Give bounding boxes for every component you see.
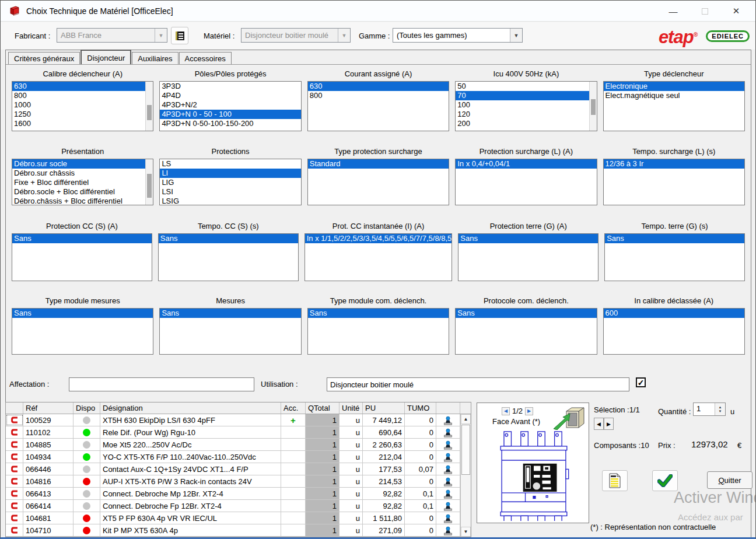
list-item[interactable]: LI [160,169,300,178]
list-item[interactable]: Standard [308,159,449,169]
accessories-cell[interactable] [281,488,306,499]
supplier-logo-cell[interactable] [6,488,23,499]
validate-button[interactable] [652,470,678,491]
table-row[interactable]: 066414Connect. Debroche Fp 12Br. XT2-41u… [6,500,471,512]
list-item[interactable]: Sans [605,234,744,243]
catalog-list-button[interactable] [171,27,188,44]
maximize-button[interactable] [697,4,712,19]
supplier-logo-cell[interactable] [6,512,23,524]
list-item[interactable]: 120 [456,110,596,119]
list-item[interactable]: Débro.châssis + Bloc différentiel [12,197,153,205]
utilisation-input[interactable] [327,377,629,391]
list-item[interactable]: Sans [308,309,449,318]
contact-cell[interactable] [436,512,460,524]
supplier-logo-cell[interactable] [6,524,23,536]
list-item[interactable]: 4P3D+N/2 [160,100,300,110]
listbox-tempo-surcharge-l-s[interactable]: 12/36 à 3 Ir [603,159,745,205]
listbox-protection-cc-s-a[interactable]: Sans [12,233,152,281]
spin-up-icon[interactable]: ▲ [719,405,722,409]
table-row[interactable]: 066446Contact Aux-C 1Q+1Sy 24VDC XT1...4… [6,463,471,475]
listbox-protections[interactable]: LSLILIGLSILSIG [159,159,301,205]
table-scrollbar[interactable]: ▲ ▼ [460,414,471,537]
contact-cell[interactable] [436,463,460,475]
table-row[interactable]: 104885Moe Xt5 220...250V Ac/Dc1u2 260,63… [6,439,471,451]
list-item[interactable]: Elect.magnétique seul [604,91,744,100]
list-item[interactable]: LSI [160,187,300,197]
column-header-tumo[interactable]: TUMO [405,402,436,414]
accessories-cell[interactable] [281,439,306,450]
contact-cell[interactable] [436,500,460,512]
accessories-cell[interactable] [281,500,306,512]
contact-cell[interactable] [436,439,460,450]
scroll-up-icon[interactable]: ▲ [461,414,471,424]
report-button[interactable] [602,470,628,491]
scrollbar-thumb[interactable] [461,425,470,475]
supplier-logo-cell[interactable] [6,414,23,426]
listbox-protocole-com-declench[interactable]: Sans [455,308,597,355]
listbox-protection-terre-g-a[interactable]: Sans [458,233,598,281]
list-item[interactable]: 1250 [12,110,153,119]
list-item[interactable]: 4P3D+N 0-50-100-150-200 [160,119,300,128]
table-row[interactable]: 066413Connect. Debroche Mp 12Br. XT2-41u… [6,488,471,500]
accessories-cell[interactable]: + [281,414,306,426]
list-item[interactable]: 1600 [12,119,153,128]
quit-button[interactable]: Quitter [707,471,752,489]
gamme-combobox[interactable]: (Toutes les gammes) ▼ [393,28,523,43]
list-item[interactable]: 4P4D [160,91,300,100]
list-item[interactable]: 200 [456,119,596,128]
expand-plus-icon[interactable]: + [290,415,296,425]
listbox-courant-assigne-a[interactable]: 630800 [307,81,449,131]
listbox-type-protection-surcharge[interactable]: Standard [307,159,449,205]
listbox-type-module-com-declench[interactable]: Sans [307,308,449,355]
list-item[interactable]: Electronique [604,82,744,91]
contact-cell[interactable] [436,451,460,463]
supplier-logo-cell[interactable] [6,439,23,450]
list-item[interactable]: 70 [456,91,596,100]
tab-criteres-generaux[interactable]: Critères généraux [8,52,80,64]
contact-cell[interactable] [436,488,460,499]
affectation-input[interactable] [69,377,254,391]
accessories-cell[interactable] [281,524,306,536]
supplier-logo-cell[interactable] [6,426,23,438]
list-item[interactable]: 600 [604,309,744,318]
list-item[interactable]: 50 [456,82,596,91]
list-item[interactable]: 3P3D [160,82,300,91]
listbox-prot-cc-instantanee-i-a[interactable]: In x 1/1,5/2/2,5/3/3,5/4,5/5,5/6,5/7/7,5… [304,233,453,281]
column-header-unite[interactable]: Unité [340,402,363,414]
table-row[interactable]: 110102Rele Dif. (Pour Wg) Rgu-101u690,64… [6,426,471,439]
list-item[interactable]: 100 [456,100,596,110]
list-item[interactable]: Fixe + Bloc différentiel [12,178,153,187]
listbox-type-declencheur[interactable]: ElectroniqueElect.magnétique seul [603,81,745,131]
listbox-calibre-declencheur-a[interactable]: 630800100012501600 [12,81,153,131]
column-header-ref[interactable]: Réf [23,402,74,414]
listbox-protection-surcharge-l-a[interactable]: In x 0,4/+0,04/1 [455,159,597,205]
tab-accessoires[interactable]: Accessoires [179,52,232,64]
listbox-scrollbar[interactable] [145,159,153,205]
selection-next-icon[interactable]: ▶ [604,418,614,430]
pager-next-icon[interactable]: ▶ [525,407,533,415]
accessories-cell[interactable] [281,451,306,463]
scroll-down-icon[interactable]: ▼ [461,527,471,537]
list-item[interactable]: Sans [459,234,598,243]
contact-cell[interactable] [436,524,460,536]
list-item[interactable]: Débro.socle + Bloc différentiel [12,187,153,197]
contact-cell[interactable] [436,475,460,487]
close-button[interactable]: ✕ [729,4,744,19]
list-item[interactable]: In x 1/1,5/2/2,5/3/3,5/4,5/5,5/6,5/7/7,5… [305,234,452,243]
list-item[interactable]: In x 0,4/+0,04/1 [456,159,596,169]
supplier-logo-cell[interactable] [6,500,23,512]
list-item[interactable]: Sans [12,234,152,243]
quantity-stepper[interactable]: 1 ▲▼ [693,402,726,416]
list-item[interactable]: Sans [12,309,153,318]
utilisation-checkbox[interactable]: ✓ [636,377,646,387]
scrollbar-thumb[interactable] [591,99,596,115]
list-item[interactable]: Sans [456,309,596,318]
column-header-acc[interactable]: Acc. [281,402,306,414]
listbox-scrollbar[interactable] [589,82,597,131]
table-row[interactable]: 100529XT5H 630 EkipDip LS/I 630 4pFF+1u7… [6,414,471,426]
scrollbar-thumb[interactable] [147,105,152,120]
contact-cell[interactable] [436,426,460,438]
listbox-mesures[interactable]: Sans [159,308,301,355]
supplier-logo-cell[interactable] [6,475,23,487]
list-item[interactable]: LSIG [160,197,300,205]
